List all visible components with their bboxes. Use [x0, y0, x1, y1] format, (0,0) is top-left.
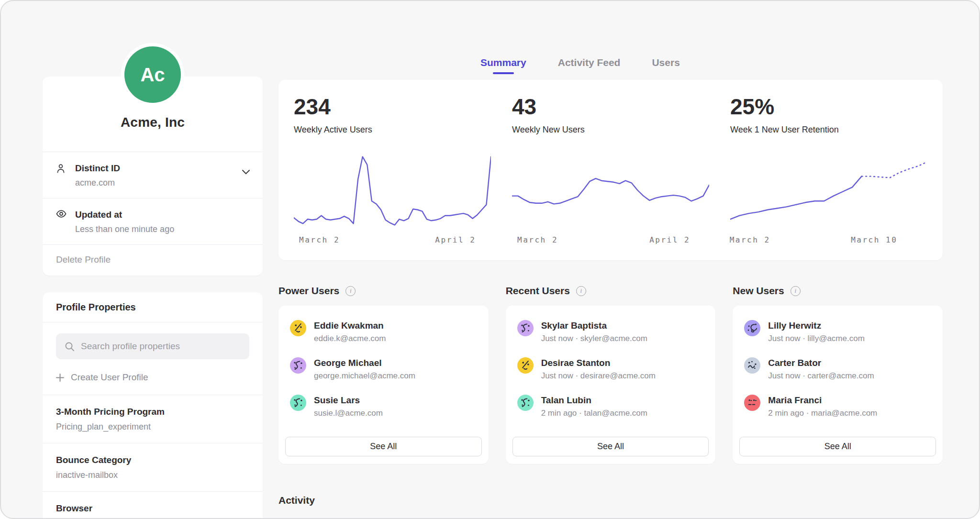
search-icon — [65, 342, 75, 352]
user-meta: eddie.k@acme.com — [314, 334, 386, 343]
weekly-active-users-label: Weekly Active Users — [294, 125, 491, 135]
see-all-button[interactable]: See All — [285, 437, 482, 456]
property-value: inactive-mailbox — [56, 470, 249, 480]
user-meta: Just now · skyler@acme.com — [541, 334, 647, 343]
weekly-active-users-panel: 234 Weekly Active Users March 2 April 2 — [294, 96, 491, 260]
user-avatar — [744, 357, 760, 374]
user-row[interactable]: George Michael george.michael@acme.com — [285, 350, 482, 387]
person-icon — [56, 163, 67, 188]
chevron-down-icon[interactable] — [242, 169, 250, 175]
profile-properties-card: Profile Properties — [43, 292, 263, 519]
user-meta: Just now · lilly@acme.com — [768, 334, 864, 343]
user-avatar — [744, 395, 760, 411]
user-meta: 2 min ago · talan@acme.com — [541, 409, 647, 418]
x-tick: March 2 — [299, 235, 340, 244]
user-avatar — [517, 320, 534, 336]
see-all-button[interactable]: See All — [512, 437, 709, 456]
main-content: Summary Activity Feed Users 234 Weekly A… — [278, 1, 943, 518]
eye-icon — [56, 210, 67, 234]
user-avatar — [517, 395, 534, 411]
tab-summary[interactable]: Summary — [480, 57, 526, 78]
active-tab-underline — [493, 72, 514, 74]
updated-at-label: Updated at — [75, 210, 174, 220]
property-value: Pricing_plan_experiment — [56, 422, 249, 432]
new-users-title: New Users — [733, 285, 784, 297]
search-input[interactable] — [81, 341, 241, 352]
tab-bar: Summary Activity Feed Users — [480, 1, 943, 78]
recent-users-title: Recent Users — [506, 285, 570, 297]
user-lists-row: Power Users i Eddie Kwakman eddie.k@acme… — [278, 284, 943, 464]
user-avatar — [290, 320, 306, 336]
user-name: Carter Bator — [768, 358, 874, 368]
user-row[interactable]: Maria Franci 2 min ago · maria@acme.com — [739, 387, 936, 425]
retention-label: Week 1 New User Retention — [730, 125, 927, 135]
app-window: Ac Acme, Inc Distinct ID — [0, 0, 980, 519]
user-meta: 2 min ago · maria@acme.com — [768, 409, 877, 418]
info-icon[interactable]: i — [791, 286, 801, 296]
property-label: Browser — [56, 503, 249, 514]
user-row[interactable]: Eddie Kwakman eddie.k@acme.com — [285, 313, 482, 350]
user-avatar — [517, 357, 534, 374]
user-avatar — [290, 357, 306, 374]
user-row[interactable]: Susie Lars susie.l@acme.com — [285, 387, 482, 425]
tab-users[interactable]: Users — [652, 57, 679, 78]
profile-sidebar: Ac Acme, Inc Distinct ID — [43, 1, 263, 518]
delete-profile-button[interactable]: Delete Profile — [43, 245, 263, 276]
profile-properties-title: Profile Properties — [56, 302, 249, 313]
weekly-new-users-value: 43 — [512, 96, 709, 118]
user-row[interactable]: Talan Lubin 2 min ago · talan@acme.com — [512, 387, 709, 425]
weekly-active-users-value: 234 — [294, 96, 491, 118]
recent-users-section: Recent Users i Skylar Baptista Just now … — [506, 284, 716, 464]
create-user-profile-button[interactable]: Create User Profile — [43, 359, 263, 395]
summary-stats-card: 234 Weekly Active Users March 2 April 2 … — [278, 80, 943, 260]
property-label: Bounce Category — [56, 455, 249, 465]
recent-users-card: Skylar Baptista Just now · skyler@acme.c… — [506, 306, 716, 464]
x-tick: April 2 — [649, 235, 690, 244]
user-name: Desirae Stanton — [541, 358, 656, 368]
property-row[interactable]: 3-Month Pricing Program Pricing_plan_exp… — [43, 395, 263, 443]
retention-panel: 25% Week 1 New User Retention March 2 Ma… — [730, 96, 927, 260]
user-meta: Just now · desirare@acme.com — [541, 371, 656, 381]
user-row[interactable]: Carter Bator Just now · carter@acme.com — [739, 350, 936, 387]
x-tick: April 2 — [435, 235, 476, 244]
distinct-id-row[interactable]: Distinct ID acme.com — [43, 152, 263, 198]
property-row[interactable]: Bounce Category inactive-mailbox — [43, 443, 263, 491]
company-avatar: Ac — [121, 43, 184, 106]
retention-chart — [730, 153, 927, 229]
user-meta: susie.l@acme.com — [314, 409, 383, 418]
company-name: Acme, Inc — [52, 115, 253, 130]
user-row[interactable]: Lilly Herwitz Just now · lilly@acme.com — [739, 313, 936, 350]
profile-summary-card: Acme, Inc Distinct ID acme.com — [43, 77, 263, 276]
distinct-id-value: acme.com — [75, 178, 120, 188]
create-user-profile-label: Create User Profile — [71, 372, 148, 383]
weekly-new-users-chart — [512, 153, 709, 229]
new-users-card: Lilly Herwitz Just now · lilly@acme.com … — [733, 306, 943, 464]
user-name: Talan Lubin — [541, 395, 647, 406]
user-meta: Just now · carter@acme.com — [768, 371, 874, 381]
tab-activity-feed[interactable]: Activity Feed — [558, 57, 621, 78]
distinct-id-label: Distinct ID — [75, 163, 120, 174]
user-name: Eddie Kwakman — [314, 320, 386, 331]
see-all-button[interactable]: See All — [739, 437, 936, 456]
user-meta: george.michael@acme.com — [314, 371, 415, 381]
profile-properties-search[interactable] — [56, 333, 249, 359]
plus-icon — [56, 374, 64, 382]
property-row[interactable]: Browser Chrome — [43, 492, 263, 519]
user-name: Susie Lars — [314, 395, 383, 406]
user-name: George Michael — [314, 358, 415, 368]
new-users-section: New Users i Lilly Herwitz Just now · lil… — [733, 284, 943, 464]
user-row[interactable]: Desirae Stanton Just now · desirare@acme… — [512, 350, 709, 387]
user-name: Maria Franci — [768, 395, 877, 406]
info-icon[interactable]: i — [576, 286, 586, 296]
x-tick: March 10 — [851, 235, 897, 244]
power-users-card: Eddie Kwakman eddie.k@acme.com George Mi… — [278, 306, 489, 464]
user-row[interactable]: Skylar Baptista Just now · skyler@acme.c… — [512, 313, 709, 350]
updated-at-row: Updated at Less than one minute ago — [43, 199, 263, 244]
updated-at-value: Less than one minute ago — [75, 224, 174, 234]
activity-title: Activity — [278, 495, 943, 506]
user-name: Skylar Baptista — [541, 320, 647, 331]
x-tick: March 2 — [517, 235, 558, 244]
property-label: 3-Month Pricing Program — [56, 407, 249, 417]
power-users-section: Power Users i Eddie Kwakman eddie.k@acme… — [278, 284, 489, 464]
info-icon[interactable]: i — [345, 286, 356, 296]
